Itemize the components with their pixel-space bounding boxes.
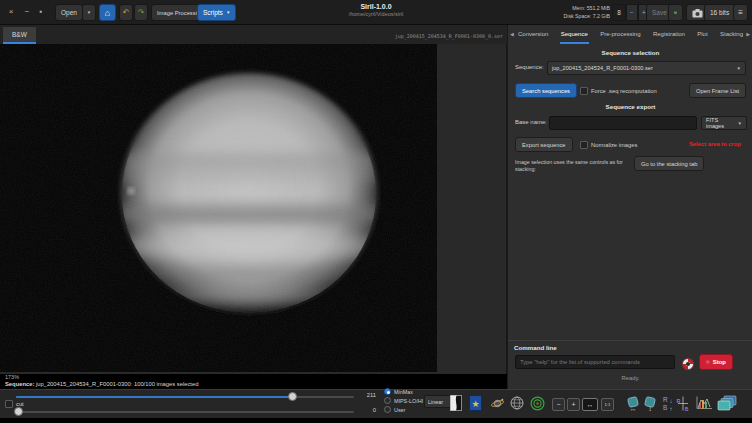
lifebuoy-icon: [682, 358, 694, 370]
redo-button[interactable]: ↷: [134, 4, 148, 21]
app-title: Siril-1.0.0: [290, 3, 462, 10]
camera-icon: [692, 8, 703, 18]
display-mode-mips[interactable]: MIPS-LO/HI: [384, 397, 423, 404]
zoom-level: 173%: [5, 374, 19, 380]
chevron-down-icon: ▼: [226, 10, 230, 15]
disk-label: Disk Space: 7.2 GiB: [540, 12, 610, 20]
screen-edge: [0, 418, 752, 423]
sequence-combo-label: Sequence:: [515, 64, 544, 70]
cut-checkbox[interactable]: [5, 400, 13, 408]
tab-pre-processing[interactable]: Pre-processing: [599, 25, 641, 44]
scripts-button[interactable]: Scripts▼: [197, 4, 236, 21]
channels-dialog-button[interactable]: [716, 392, 738, 414]
channel-align-button[interactable]: RB: [676, 392, 690, 414]
open-dropdown-button[interactable]: ▼: [82, 4, 96, 21]
undo-icon: ↶: [123, 8, 130, 17]
tab-scroll-right-icon[interactable]: ▶: [746, 31, 750, 37]
annotate-button[interactable]: [489, 392, 505, 414]
mirror-x-icon: ↔: [625, 395, 641, 412]
undo-button[interactable]: ↶: [119, 4, 133, 21]
open-frame-list-button[interactable]: Open Frame List: [689, 83, 746, 98]
base-name-input[interactable]: [549, 116, 697, 130]
home-button[interactable]: ⌂: [99, 4, 116, 21]
search-sequences-button[interactable]: Search sequences: [515, 83, 577, 98]
hamburger-icon: ≡: [738, 8, 743, 17]
maximize-icon[interactable]: ▪: [36, 7, 46, 17]
zoom-out-button[interactable]: −: [552, 398, 565, 411]
display-mode-minmax[interactable]: MinMax: [384, 388, 413, 395]
sequence-status: Sequence: jup_200415_204534_R_F0001-0300…: [5, 381, 198, 387]
svg-text:↑: ↑: [669, 405, 672, 411]
zoom-in-button[interactable]: +: [567, 398, 580, 411]
window-title: Siril-1.0.0 /home/cyril/Videos/siril: [290, 3, 462, 17]
chevron-down-icon: ▼: [87, 10, 91, 15]
siril-window: × − ▪ Open ▼ ⌂ ↶ ↷ Image Processing▼ Scr…: [0, 0, 752, 423]
tab-bw[interactable]: B&W: [3, 27, 36, 44]
layers-icon: [717, 395, 737, 411]
zoom-one-button[interactable]: 1:1: [601, 398, 614, 411]
lo-slider-handle[interactable]: [14, 407, 23, 416]
force-recompute-checkbox[interactable]: [580, 87, 588, 95]
chevron-down-icon: ▼: [738, 121, 742, 126]
image-viewport[interactable]: [0, 44, 507, 374]
svg-text:R: R: [677, 397, 681, 403]
zoom-in-icon: +: [571, 401, 575, 408]
divider: [508, 340, 752, 341]
zoom-fit-button[interactable]: ↔: [582, 398, 598, 411]
command-input[interactable]: [515, 355, 675, 369]
zoom-out-icon: −: [556, 401, 560, 408]
chevron-down-icon: ▼: [737, 66, 741, 71]
right-panel: ◀ ▶ Conversion Sequence Pre-processing R…: [507, 25, 752, 389]
export-format-dropdown[interactable]: FITS images▼: [701, 116, 747, 130]
tab-registration[interactable]: Registration: [652, 25, 686, 44]
tab-scroll-left-icon[interactable]: ◀: [510, 31, 514, 37]
stop-circle-icon: ○: [706, 359, 710, 365]
photometry-button[interactable]: [529, 392, 545, 414]
radio-icon: [384, 388, 391, 395]
spin-minus-button[interactable]: −: [626, 4, 638, 21]
close-icon[interactable]: ×: [6, 7, 16, 17]
minimize-icon[interactable]: −: [22, 7, 32, 17]
normalize-checkbox[interactable]: [580, 141, 588, 149]
home-icon: ⌂: [105, 8, 110, 18]
mirror-x-button[interactable]: ↔: [625, 392, 641, 414]
negative-view-button[interactable]: [448, 392, 463, 414]
tab-stacking[interactable]: Stacking: [719, 25, 744, 44]
false-color-button[interactable]: ★: [467, 392, 483, 414]
display-mode-user[interactable]: User: [384, 406, 405, 413]
zoom-fit-icon: ↔: [587, 401, 594, 408]
stop-button[interactable]: ○Stop: [699, 354, 733, 370]
sequence-status-text: jup_200415_204534_R_F0001-0300: 100/100 …: [34, 381, 198, 387]
memory-label: Mem: 551.2 MiB: [540, 4, 610, 12]
negative-icon: [450, 395, 462, 411]
working-directory: /home/cyril/Videos/siril: [290, 11, 462, 17]
rgb-swap-icon: RB↓↑: [661, 395, 674, 412]
channel-swap-button[interactable]: RB↓↑: [660, 392, 674, 414]
go-to-stacking-button[interactable]: Go to the stacking tab: [634, 156, 704, 171]
lo-slider-track[interactable]: [16, 411, 354, 413]
svg-text:R: R: [663, 396, 668, 403]
panel-tabs: Conversion Sequence Pre-processing Regis…: [517, 25, 744, 44]
histogram-button[interactable]: [694, 392, 714, 414]
tab-conversion[interactable]: Conversion: [517, 25, 549, 44]
svg-text:↔: ↔: [630, 405, 637, 412]
ready-status: Ready.: [508, 375, 752, 381]
hi-value: 211: [358, 392, 376, 398]
command-line-header: Command line: [514, 344, 557, 351]
export-sequence-button[interactable]: Export sequence: [515, 137, 573, 152]
celestial-grid-button[interactable]: [509, 392, 525, 414]
sequence-combobox[interactable]: jup_200415_204534_R_F0001-0300.ser▼: [547, 61, 746, 75]
tab-plot[interactable]: Plot: [696, 25, 708, 44]
sequence-status-label: Sequence:: [5, 381, 34, 387]
command-help-button[interactable]: [682, 356, 694, 374]
tab-sequence[interactable]: Sequence: [560, 25, 589, 44]
mirror-y-button[interactable]: ↕: [642, 392, 658, 414]
hi-slider-handle[interactable]: [288, 392, 297, 401]
resource-info: Mem: 551.2 MiB Disk Space: 7.2 GiB: [540, 4, 610, 20]
open-button[interactable]: Open: [55, 4, 83, 21]
export-image-button[interactable]: [668, 4, 683, 21]
threads-value[interactable]: 8: [612, 4, 626, 21]
sequence-selection-header: Sequence selection: [508, 49, 752, 56]
mirror-y-icon: ↕: [642, 395, 658, 412]
menu-button[interactable]: ≡: [733, 4, 748, 21]
